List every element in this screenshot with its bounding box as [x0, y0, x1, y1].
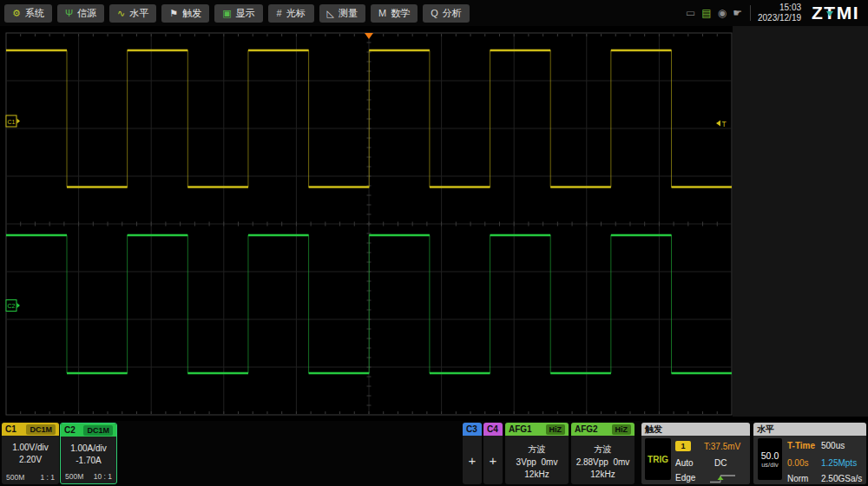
menu-button-8[interactable]: M数学	[371, 4, 418, 23]
horizontal-icon: ∿	[117, 9, 125, 18]
c3-add-button[interactable]: +	[463, 436, 482, 484]
menu-label: 水平	[129, 7, 148, 20]
menu-label: 信源	[77, 7, 96, 20]
topbar-right: ▭▤◉☛ 15:03 2023/12/19 ZTMI	[686, 3, 868, 23]
afg2-frequency: 12kHz	[571, 469, 635, 482]
bottom-bar: C1 DC1M 1.00V/div 2.20V 500M 1 : 1 C2 DC…	[0, 421, 868, 486]
channel-card-c3[interactable]: C3 +	[463, 423, 482, 484]
afg1-label: AFG1	[509, 424, 532, 434]
timebase-box[interactable]: 50.0 us/div	[758, 438, 782, 480]
clock-date: 2023/12/19	[758, 13, 801, 23]
afg2-readouts: 方波 2.88Vpp 0mv 12kHz	[571, 436, 635, 482]
menu-label: 触发	[182, 7, 201, 20]
plus-icon: +	[469, 453, 477, 468]
oscilloscope-screen: ⚙系统Ψ信源∿水平⚑触发▣显示#光标◺测量M数学Q分析 ▭▤◉☛ 15:03 2…	[0, 0, 868, 486]
t-time-label: T-Time	[787, 441, 815, 450]
memory-depth: 1.25Mpts	[821, 458, 857, 468]
menu-button-9[interactable]: Q分析	[423, 4, 470, 23]
c1-header: C1 DC1M	[2, 423, 59, 436]
c2-coupling-badge: DC1M	[83, 425, 113, 436]
menu-button-6[interactable]: #光标	[268, 4, 314, 23]
menu-label: 光标	[286, 7, 306, 20]
math-icon: M	[378, 9, 386, 18]
c3-label: C3	[466, 424, 477, 434]
top-toolbar: ⚙系统Ψ信源∿水平⚑触发▣显示#光标◺测量M数学Q分析 ▭▤◉☛ 15:03 2…	[0, 0, 868, 26]
analyze-icon: Q	[431, 9, 438, 18]
waveform-display[interactable]: C1C2T	[0, 26, 868, 421]
menu-label: 系统	[25, 7, 44, 20]
c1-readouts: 1.00V/div 2.20V	[2, 436, 59, 465]
trigger-delay: 0.00s	[787, 458, 808, 468]
usb-icon[interactable]: ▤	[701, 8, 711, 18]
afg2-label: AFG2	[575, 424, 598, 434]
timebase-unit: us/div	[761, 461, 779, 469]
trigger-type[interactable]: Edge	[675, 473, 695, 483]
trigger-level-marker-label: T	[722, 120, 727, 128]
c2-header: C2 DC1M	[61, 424, 116, 437]
menu-label: 数学	[391, 7, 410, 20]
c1-marker-label: C1	[8, 119, 16, 125]
horizontal-panel-title: 水平	[757, 424, 774, 436]
menu-label: 测量	[339, 7, 358, 20]
clock: 15:03 2023/12/19	[758, 3, 801, 23]
c1-label: C1	[5, 424, 16, 434]
c2-scale: 1.00A/div	[61, 443, 116, 455]
disc-icon[interactable]: ◉	[718, 8, 727, 18]
trigger-coupling[interactable]: DC	[714, 458, 727, 468]
logo-accent-triangle	[826, 11, 833, 16]
menu-button-5[interactable]: ▣显示	[214, 4, 262, 23]
menu-label: 显示	[236, 7, 255, 20]
trigger-panel-title: 触发	[645, 424, 662, 436]
afg2-amplitude: 2.88Vpp	[576, 457, 608, 467]
plus-icon: +	[490, 453, 497, 468]
screen-icon[interactable]: ▭	[686, 8, 695, 18]
toolbar-menus: ⚙系统Ψ信源∿水平⚑触发▣显示#光标◺测量M数学Q分析	[4, 4, 470, 23]
trigger-flag-icon: ⚑	[169, 9, 178, 18]
trigger-level-value: T:37.5mV	[704, 442, 740, 451]
display-icon: ▣	[222, 9, 231, 18]
c2-probe-ratio: 10 : 1	[94, 472, 112, 481]
c4-add-button[interactable]: +	[483, 436, 503, 484]
channel-card-c4[interactable]: C4 +	[483, 423, 503, 484]
c4-label: C4	[487, 424, 498, 434]
timebase-scale: 50.0	[761, 450, 779, 461]
trigger-panel-body: TRIG 1 T:37.5mV Auto DC Edge	[641, 436, 750, 484]
trigger-panel[interactable]: 触发 TRIG 1 T:37.5mV Auto DC Edge	[641, 423, 750, 484]
horizontal-panel-header: 水平	[753, 423, 866, 436]
afg2-card[interactable]: AFG2 HiZ 方波 2.88Vpp 0mv 12kHz	[571, 423, 635, 484]
c2-label: C2	[64, 425, 76, 435]
afg1-waveform-type: 方波	[505, 443, 569, 456]
c1-footer: 500M 1 : 1	[6, 473, 55, 482]
menu-button-2[interactable]: Ψ信源	[57, 4, 104, 23]
c2-marker-label: C2	[8, 303, 16, 309]
c2-bandwidth: 500M	[65, 472, 83, 481]
c1-offset: 2.20V	[2, 454, 59, 466]
status-icons: ▭▤◉☛	[686, 8, 748, 18]
trigger-source-badge[interactable]: 1	[675, 441, 691, 451]
c1-scale: 1.00V/div	[2, 442, 59, 454]
channel-card-c2[interactable]: C2 DC1M 1.00A/div -1.70A 500M 10 : 1	[60, 423, 117, 484]
menu-button-7[interactable]: ◺测量	[319, 4, 365, 23]
afg1-offset: 0mv	[542, 457, 558, 467]
trig-status-box: TRIG	[645, 438, 671, 480]
afg1-card[interactable]: AFG1 HiZ 方波 3Vpp 0mv 12kHz	[505, 423, 569, 484]
t-time-value: 500us	[821, 441, 845, 450]
afg1-frequency: 12kHz	[505, 469, 569, 482]
menu-button-1[interactable]: ⚙系统	[4, 4, 52, 23]
trig-status: TRIG	[648, 455, 668, 464]
topbar-divider	[750, 5, 751, 21]
display-side-filler	[733, 26, 868, 417]
menu-button-3[interactable]: ∿水平	[109, 4, 156, 23]
afg1-readouts: 方波 3Vpp 0mv 12kHz	[505, 436, 569, 482]
cursor-icon: #	[277, 9, 282, 18]
afg2-waveform-type: 方波	[571, 443, 635, 456]
touch-icon[interactable]: ☛	[733, 8, 742, 18]
horizontal-panel[interactable]: 水平 50.0 us/div T-Time 500us 0.00s 1.25Mp…	[753, 423, 866, 484]
horizontal-panel-body: 50.0 us/div T-Time 500us 0.00s 1.25Mpts …	[753, 436, 866, 484]
c2-offset: -1.70A	[61, 455, 116, 467]
menu-label: 分析	[443, 7, 462, 20]
menu-button-4[interactable]: ⚑触发	[161, 4, 209, 23]
trigger-mode[interactable]: Auto	[675, 458, 694, 468]
channel-card-c1[interactable]: C1 DC1M 1.00V/div 2.20V 500M 1 : 1	[2, 423, 59, 484]
source-icon: Ψ	[65, 9, 73, 18]
